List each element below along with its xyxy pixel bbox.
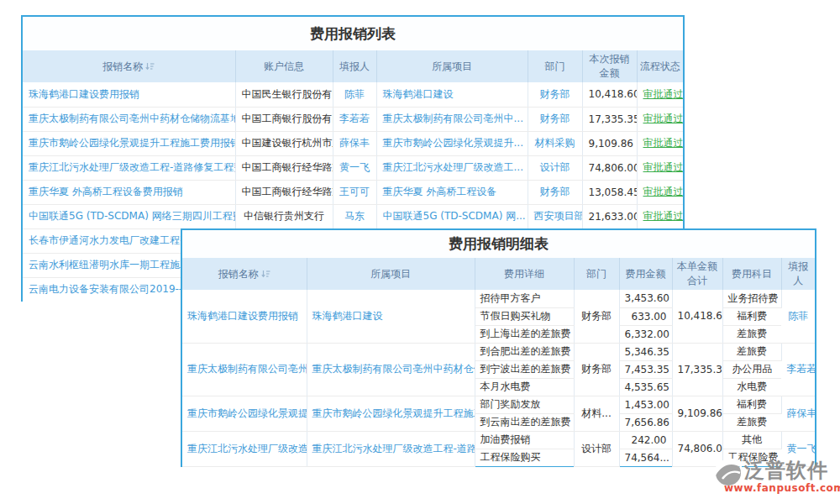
project-link[interactable]: 重庆华夏 外高桥工程设备 — [376, 180, 528, 204]
detail-cell: 工程保险购买 — [475, 449, 574, 466]
expense-name-link[interactable]: 珠海鹤港口建设费用报销 — [182, 290, 307, 343]
expense-name-link[interactable]: 中国联通5G (TD-SCDMA) 网络三期四川工程费... — [23, 204, 235, 228]
detail-cell: 到上海出差的差旅费 — [475, 325, 574, 343]
dept-cell: 材料... — [574, 396, 619, 431]
project-link[interactable]: 中国联通5G (TD-SCDMA) 网... — [376, 204, 528, 228]
status-link[interactable]: 审批通过 — [637, 131, 683, 155]
category-cell: 办公用品 — [722, 360, 781, 378]
status-link[interactable]: 审批通过 — [637, 155, 683, 180]
detail-cell: 本月水电费 — [475, 378, 574, 396]
expense-name-link[interactable]: 珠海鹤港口建设费用报销 — [23, 82, 235, 107]
filler-link[interactable]: 王可可 — [333, 180, 376, 204]
status-link[interactable]: 审批通过 — [637, 204, 683, 228]
filler-link[interactable]: 陈菲 — [333, 82, 376, 107]
amount-cell: 4,535.65 — [619, 378, 672, 396]
detail-cell: 到宁波出差的差旅费 — [475, 360, 574, 378]
filler-link[interactable]: 薛保丰 — [333, 131, 376, 155]
expense-name-link[interactable]: 重庆华夏 外高桥工程设备费用报销 — [23, 180, 235, 204]
table-row: 重庆太极制药有限公司亳州中药材 重庆太极制药有限公司亳州中药材仓储物流 到合肥出… — [182, 343, 815, 360]
project-link[interactable]: 重庆市鹅岭公园绿化景观提升工程施工 — [307, 396, 475, 431]
col-header-amount: 费用金额 — [619, 258, 672, 290]
detail-cell: 加油费报销 — [475, 431, 574, 449]
col-header-project: 所属项目 — [376, 50, 528, 82]
col-header-dept: 部门 — [528, 50, 582, 82]
status-link[interactable]: 审批通过 — [637, 82, 683, 107]
filler-link[interactable]: 马东 — [333, 204, 376, 228]
expense-name-link[interactable]: 重庆江北污水处理厂级改造工程-道 — [182, 431, 307, 466]
detail-cell: 部门奖励发放 — [475, 396, 574, 413]
expense-name-link[interactable]: 重庆江北污水处理厂级改造工程-道路修复工程费用... — [23, 155, 235, 180]
watermark-url: www.fanpusoft.com — [724, 482, 840, 494]
amount-cell: 3,453.60 — [619, 290, 672, 307]
filler-link[interactable]: 陈菲 — [781, 290, 815, 343]
detail-cell: 到云南出差的差旅费 — [475, 413, 574, 431]
table-row: 重庆江北污水处理厂级改造工程-道路修复工程费用... 中国工商银行经华路支行 黄… — [23, 155, 683, 180]
expense-name-link[interactable]: 重庆太极制药有限公司亳州中药材仓储物流基地项... — [23, 107, 235, 131]
col-header-detail: 费用详细 — [475, 258, 574, 290]
page: 费用报销列表 报销名称 账户信息 填报人 所属项目 部门 本次报销金额 流程状态 — [0, 0, 840, 504]
table-row: 重庆江北污水处理厂级改造工程-道 重庆江北污水处理厂级改造工程-道路修复工 加油… — [182, 431, 815, 449]
amount-cell: 1,453.00 — [619, 396, 672, 413]
dept-cell[interactable]: 财务部 — [528, 107, 582, 131]
category-cell: 福利费 — [722, 307, 781, 325]
expense-detail-header-row: 报销名称 所属项目 费用详细 部门 费用金额 本单金额合计 费用科目 填报人 — [182, 258, 815, 290]
project-link[interactable]: 重庆太极制药有限公司亳州中... — [376, 107, 528, 131]
dept-cell[interactable]: 财务部 — [528, 180, 582, 204]
col-header-amount: 本次报销金额 — [582, 50, 637, 82]
amount-cell: 10,418.60 — [582, 82, 637, 107]
table-row: 重庆太极制药有限公司亳州中药材仓储物流基地项... 中国工商银行股份有限... … — [23, 107, 683, 131]
sort-icon[interactable] — [261, 269, 270, 281]
project-link[interactable]: 重庆江北污水处理厂级改造工... — [376, 155, 528, 180]
expense-detail-table: 报销名称 所属项目 费用详细 部门 费用金额 本单金额合计 费用科目 填报人 珠… — [182, 258, 815, 467]
sort-icon[interactable] — [145, 61, 155, 73]
col-header-name[interactable]: 报销名称 — [23, 50, 235, 82]
category-cell: 差旅费 — [722, 325, 781, 343]
account-cell: 中信银行贵州支行 — [235, 204, 333, 228]
detail-cell: 招待甲方客户 — [475, 290, 574, 307]
status-link[interactable]: 审批通过 — [637, 180, 683, 204]
amount-cell: 74,806.00 — [582, 155, 637, 180]
category-cell: 差旅费 — [722, 343, 781, 360]
account-cell: 中国工商银行经华路支行 — [235, 155, 333, 180]
filler-link[interactable]: 李若若 — [781, 343, 815, 396]
filler-link[interactable]: 李若若 — [333, 107, 376, 131]
dept-cell[interactable]: 设计部 — [528, 155, 582, 180]
category-cell: 福利费 — [722, 396, 781, 413]
col-header-project: 所属项目 — [307, 258, 475, 290]
table-row: 珠海鹤港口建设费用报销 珠海鹤港口建设 招待甲方客户 财务部 3,453.60 … — [182, 290, 815, 307]
dept-cell[interactable]: 材料采购 — [528, 131, 582, 155]
watermark: 泛普软件 www.fanpusoft.com — [714, 457, 837, 497]
amount-cell: 6,332.00 — [619, 325, 672, 343]
expense-name-link[interactable]: 重庆太极制药有限公司亳州中药材 — [182, 343, 307, 396]
total-cell: 9,109.86 — [672, 396, 722, 431]
amount-cell: 21,633.00 — [582, 204, 637, 228]
status-link[interactable]: 审批通过 — [637, 107, 683, 131]
project-link[interactable]: 重庆江北污水处理厂级改造工程-道路修复工 — [307, 431, 475, 466]
project-link[interactable]: 珠海鹤港口建设 — [376, 82, 528, 107]
amount-cell: 5,346.35 — [619, 343, 672, 360]
col-header-name[interactable]: 报销名称 — [182, 258, 307, 290]
dept-cell[interactable]: 西安项目部 — [528, 204, 582, 228]
filler-link[interactable]: 黄一飞 — [333, 155, 376, 180]
amount-cell: 7,453.35 — [619, 360, 672, 378]
filler-link[interactable]: 薛保丰 — [781, 396, 815, 431]
amount-cell: 17,335.35 — [582, 107, 637, 131]
expense-list-header-row: 报销名称 账户信息 填报人 所属项目 部门 本次报销金额 流程状态 — [23, 50, 683, 82]
detail-cell: 节假日购买礼物 — [475, 307, 574, 325]
table-row: 珠海鹤港口建设费用报销 中国民生银行股份有限... 陈菲 珠海鹤港口建设 财务部… — [23, 82, 683, 107]
project-link[interactable]: 重庆太极制药有限公司亳州中药材仓储物流 — [307, 343, 475, 396]
amount-cell: 7,656.86 — [619, 413, 672, 431]
watermark-brand: 泛普软件 — [744, 457, 828, 484]
project-link[interactable]: 重庆市鹅岭公园绿化景观提升... — [376, 131, 528, 155]
category-cell: 水电费 — [722, 378, 781, 396]
expense-list-title: 费用报销列表 — [23, 17, 683, 50]
category-cell: 差旅费 — [722, 413, 781, 431]
category-cell: 业务招待费 — [722, 290, 781, 307]
expense-name-link[interactable]: 重庆市鹅岭公园绿化景观提升工程施工费用报销 — [23, 131, 235, 155]
project-link[interactable]: 珠海鹤港口建设 — [307, 290, 475, 343]
col-header-category: 费用科目 — [722, 258, 781, 290]
expense-name-link[interactable]: 重庆市鹅岭公园绿化景观提升工程施 — [182, 396, 307, 431]
account-cell: 中国民生银行股份有限... — [235, 82, 333, 107]
dept-cell[interactable]: 财务部 — [528, 82, 582, 107]
account-cell: 中国工商银行股份有限... — [235, 107, 333, 131]
